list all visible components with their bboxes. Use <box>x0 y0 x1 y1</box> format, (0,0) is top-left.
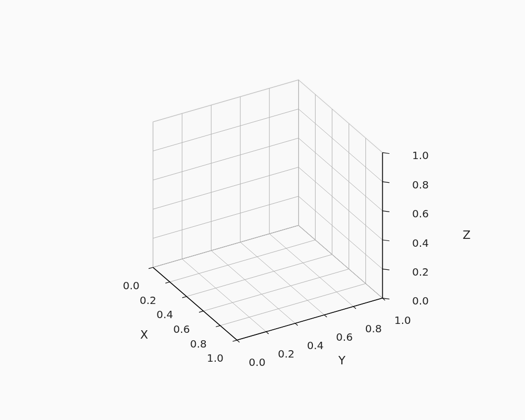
x-tick-label: 0.0 <box>123 279 140 292</box>
y-tick-label: 0.4 <box>307 339 324 352</box>
svg-line-52 <box>233 340 237 341</box>
z-tick-label: 1.0 <box>412 149 429 162</box>
y-tick-label: 0.2 <box>278 348 295 360</box>
x-axis-label: X <box>140 328 148 341</box>
svg-line-54 <box>237 340 239 342</box>
svg-line-57 <box>324 315 327 317</box>
x-tick-label: 0.8 <box>190 338 207 350</box>
svg-line-48 <box>165 282 170 283</box>
svg-line-51 <box>216 326 220 327</box>
svg-line-49 <box>182 297 186 298</box>
y-tick-label: 0.6 <box>336 331 353 343</box>
y-tick-label: 1.0 <box>394 314 411 327</box>
z-tick-label: 0.8 <box>412 178 429 191</box>
x-tick-label: 0.4 <box>156 308 173 321</box>
y-tick-label: 0.8 <box>365 322 382 335</box>
x-tick-label: 0.2 <box>140 294 156 307</box>
svg-line-58 <box>353 307 356 309</box>
z-axis-label: Z <box>463 228 470 242</box>
y-tick-label: 0.0 <box>249 356 266 369</box>
chart-container: 0.00.20.40.60.81.0X0.00.20.40.60.81.0Y0.… <box>0 0 525 420</box>
y-axis-label: Y <box>338 354 345 367</box>
x-tick-label: 0.6 <box>173 323 190 335</box>
z-tick-label: 0.2 <box>412 266 429 278</box>
svg-line-50 <box>199 311 203 312</box>
z-tick-label: 0.4 <box>412 237 429 249</box>
svg-line-55 <box>266 332 269 334</box>
x-tick-label: 1.0 <box>207 352 224 364</box>
chart-3d-axes: 0.00.20.40.60.81.0X0.00.20.40.60.81.0Y0.… <box>0 0 525 420</box>
svg-line-56 <box>295 323 298 326</box>
z-tick-label: 0.6 <box>412 207 429 220</box>
z-tick-label: 0.0 <box>412 295 429 307</box>
